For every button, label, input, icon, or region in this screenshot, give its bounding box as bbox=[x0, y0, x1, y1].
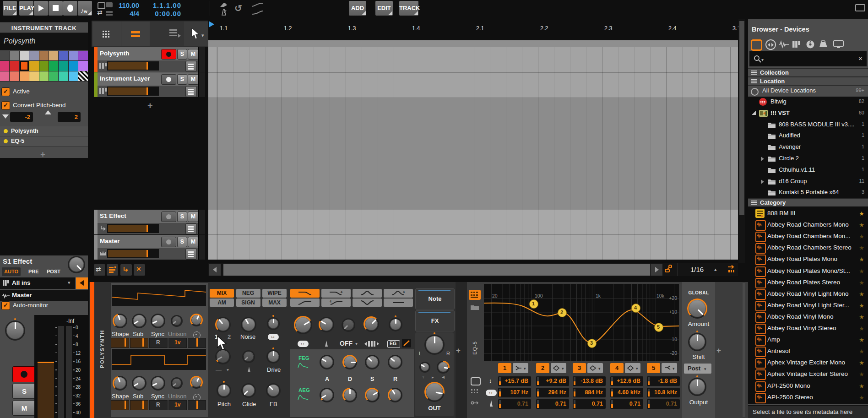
browser-tab-presets-icon[interactable] bbox=[765, 39, 776, 50]
unison-knob[interactable] bbox=[171, 377, 183, 389]
device-star[interactable]: ★ bbox=[859, 394, 864, 401]
track-button[interactable]: TRACK bbox=[399, 1, 418, 16]
device-item[interactable]: Abbey Road Vinyl Stereo★ bbox=[748, 323, 868, 334]
device-star[interactable]: ★ bbox=[859, 314, 864, 320]
mode-button-sign[interactable]: SIGN bbox=[236, 299, 260, 307]
device-item[interactable]: Abbey Road Plates Mono★ bbox=[748, 254, 868, 265]
glide-knob[interactable] bbox=[241, 383, 256, 398]
location-item[interactable]: Avenger1 bbox=[748, 142, 868, 153]
sync-knob[interactable] bbox=[151, 314, 165, 328]
transport-play-button[interactable] bbox=[34, 1, 48, 16]
track-volume-slider[interactable] bbox=[107, 224, 159, 233]
mod-slot[interactable]: R bbox=[149, 338, 168, 348]
mod-slot[interactable] bbox=[130, 400, 148, 410]
palette-swatch[interactable] bbox=[59, 61, 68, 71]
device-item[interactable]: Abbey Road Chambers Stereo★ bbox=[748, 242, 868, 254]
location-item[interactable]: All Device Locations99+ bbox=[748, 86, 868, 97]
palette-swatch[interactable] bbox=[0, 51, 9, 60]
aeg-d-knob[interactable] bbox=[342, 388, 357, 402]
tool-select-button[interactable]: ▾ bbox=[184, 22, 208, 46]
timeline-label[interactable]: 2.3 bbox=[604, 25, 612, 32]
palette-swatch[interactable] bbox=[0, 71, 9, 81]
feg-r-knob[interactable] bbox=[388, 355, 402, 369]
small-r-knob[interactable] bbox=[437, 361, 450, 374]
follow-icon-button[interactable]: ⇄ bbox=[94, 264, 105, 276]
bend-up-arrow[interactable] bbox=[45, 110, 51, 114]
eq-q-field-3[interactable]: 0.71 bbox=[573, 399, 606, 409]
palette-swatch[interactable] bbox=[49, 51, 58, 60]
mod-slot[interactable]: 1v bbox=[168, 400, 187, 410]
mod-slot[interactable] bbox=[130, 338, 148, 348]
track-menu-button[interactable] bbox=[185, 223, 197, 234]
h-scroll-right[interactable] bbox=[651, 264, 662, 276]
metronome-icon[interactable] bbox=[220, 9, 228, 16]
edit-button[interactable]: EDIT bbox=[375, 1, 393, 16]
eq-band-button-4[interactable]: 4 bbox=[610, 363, 624, 373]
palette-swatch[interactable] bbox=[39, 51, 49, 60]
mod-slot[interactable] bbox=[188, 400, 206, 410]
palette-swatch[interactable] bbox=[59, 51, 68, 60]
shape-knob[interactable] bbox=[113, 314, 127, 328]
timeline-label[interactable]: 1.1 bbox=[220, 25, 228, 32]
palette-swatch[interactable] bbox=[10, 51, 19, 60]
mode-button-mix[interactable]: MIX bbox=[210, 289, 234, 298]
filter-off-label[interactable]: OFF bbox=[340, 340, 353, 347]
eq-device-icon[interactable] bbox=[469, 290, 481, 300]
v-scrollbar[interactable] bbox=[738, 19, 745, 263]
location-item[interactable]: Audified1 bbox=[748, 130, 868, 142]
location-item[interactable]: Bitwig82 bbox=[748, 97, 868, 108]
filter-type-0[interactable] bbox=[290, 289, 320, 298]
palette-swatch[interactable] bbox=[78, 61, 87, 71]
pan-out-knob[interactable] bbox=[424, 335, 445, 355]
device-item[interactable]: Abbey Road Vinyl Mono★ bbox=[748, 311, 868, 323]
arm-button[interactable] bbox=[12, 366, 36, 382]
eq-folder-icon[interactable] bbox=[470, 304, 479, 310]
bend-down-field[interactable]: -2 bbox=[10, 112, 33, 122]
mode-button-neg[interactable]: NEG bbox=[236, 289, 260, 298]
display-icon[interactable] bbox=[855, 4, 865, 11]
eq-freq-field-4[interactable]: 4.60 kHz bbox=[610, 388, 643, 397]
h-scrollbar[interactable]: 1/16▴ bbox=[208, 263, 738, 276]
track-header-master[interactable]: MasterSM bbox=[94, 235, 205, 260]
eq-gain-field-5[interactable]: -1.8 dB bbox=[647, 376, 680, 386]
mixer-view-button[interactable] bbox=[92, 22, 121, 46]
cutoff-knob[interactable] bbox=[294, 316, 312, 334]
palette-swatch[interactable] bbox=[20, 71, 29, 81]
global-shift-knob[interactable] bbox=[688, 333, 706, 351]
mode-button-wipe[interactable]: WIPE bbox=[262, 289, 287, 298]
browser-tab-system-icon[interactable] bbox=[833, 40, 844, 48]
track-solo-button[interactable]: S bbox=[177, 237, 187, 247]
browser-tab-cd-icon[interactable] bbox=[806, 40, 815, 49]
mod-slot[interactable]: 1v bbox=[168, 338, 187, 348]
track-menu-button[interactable] bbox=[185, 249, 197, 260]
sub-knob[interactable] bbox=[132, 314, 146, 328]
eq-band-type-1[interactable]: ▾ bbox=[513, 363, 528, 373]
track-header-instrument-layer[interactable]: Instrument LayerSM bbox=[94, 72, 205, 97]
search-clear-icon[interactable]: × bbox=[858, 54, 863, 62]
filter-type2-0[interactable] bbox=[290, 299, 320, 307]
eq-q-field-5[interactable]: 0.71 bbox=[647, 399, 680, 409]
track-mute-button[interactable]: M bbox=[188, 237, 199, 247]
location-item[interactable]: d16 Group11 bbox=[748, 176, 868, 188]
global-amount-knob[interactable] bbox=[687, 299, 707, 319]
expand-arrow[interactable] bbox=[752, 111, 756, 115]
track-name-field[interactable]: Polysynth bbox=[0, 33, 88, 50]
shuffle-icon[interactable]: ⇄ bbox=[97, 9, 103, 16]
sync-knob[interactable] bbox=[151, 376, 165, 391]
device-item[interactable]: Abbey Road Vinyl Light Mono★ bbox=[748, 288, 868, 300]
browser-tab-samples-icon[interactable] bbox=[778, 40, 789, 49]
timeline-label[interactable]: 2.1 bbox=[476, 25, 484, 32]
palette-swatch[interactable] bbox=[20, 51, 29, 60]
feg-s-knob[interactable] bbox=[365, 355, 380, 369]
post-dropdown[interactable]: Post▾ bbox=[684, 364, 711, 374]
section-location[interactable]: Location bbox=[748, 77, 868, 86]
section-collection[interactable]: Collection bbox=[748, 68, 868, 77]
position-display[interactable]: 1.1.1.00 bbox=[145, 1, 181, 9]
eq-display-toggle[interactable] bbox=[471, 377, 481, 385]
fill-icon[interactable] bbox=[106, 2, 113, 7]
eq-grid-icon[interactable] bbox=[471, 389, 479, 395]
device-star[interactable]: ★ bbox=[859, 233, 864, 240]
device-item[interactable]: Abbey Road Chambers Mon...★ bbox=[748, 231, 868, 242]
active-checkbox[interactable]: ✓ bbox=[1, 87, 10, 96]
device-item[interactable]: Aphex Vintage Exciter Mono★ bbox=[748, 357, 868, 369]
